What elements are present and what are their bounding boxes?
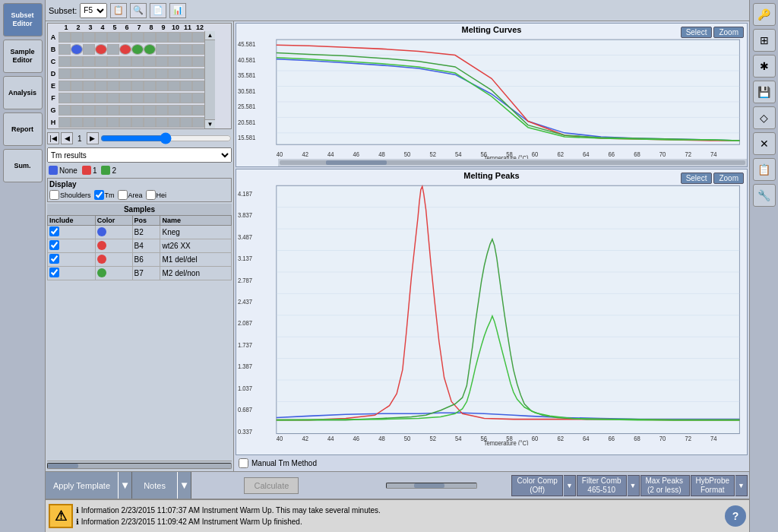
well-F10[interactable] <box>168 93 180 103</box>
well-E7[interactable] <box>131 81 144 91</box>
well-C11[interactable] <box>180 56 192 67</box>
tm-checkbox[interactable] <box>94 190 104 200</box>
well-E5[interactable] <box>107 81 119 91</box>
well-G8[interactable] <box>144 105 156 116</box>
apply-template-btn[interactable]: Apply Template <box>46 472 119 499</box>
well-B1[interactable] <box>59 44 71 55</box>
area-checkbox[interactable] <box>118 190 128 200</box>
right-wrench-icon[interactable]: 🔧 <box>753 184 776 207</box>
well-D11[interactable] <box>180 68 192 79</box>
well-C5[interactable] <box>107 56 119 67</box>
melting-curves-select-btn[interactable]: Select <box>681 27 713 38</box>
well-B12[interactable] <box>192 44 204 55</box>
curves-h-scrollbar[interactable] <box>278 159 747 166</box>
notes-arrow-btn[interactable]: ▼ <box>178 472 191 499</box>
well-G4[interactable] <box>95 105 107 116</box>
well-A2[interactable] <box>71 32 83 43</box>
well-G6[interactable] <box>119 105 131 116</box>
color-comp-btn[interactable]: Color Comp(Off) <box>511 475 562 496</box>
well-F12[interactable] <box>192 93 204 103</box>
well-B8[interactable] <box>144 44 156 55</box>
color-comp-arrow-btn[interactable]: ▼ <box>564 475 576 496</box>
well-F1[interactable] <box>59 93 71 103</box>
well-D4[interactable] <box>95 68 107 79</box>
well-G12[interactable] <box>192 105 204 116</box>
well-F9[interactable] <box>156 93 168 103</box>
nav-prev-btn[interactable]: ◀ <box>61 132 73 144</box>
nav-sum[interactable]: Sum. <box>3 149 43 182</box>
well-G3[interactable] <box>83 105 95 116</box>
filter-comb-btn[interactable]: Filter Comb465-510 <box>577 475 627 496</box>
well-E11[interactable] <box>180 81 192 91</box>
well-C2[interactable] <box>71 56 83 67</box>
well-H4[interactable] <box>95 117 107 128</box>
well-E2[interactable] <box>71 81 83 91</box>
include-checkbox-1[interactable] <box>49 226 59 236</box>
well-H2[interactable] <box>71 117 83 128</box>
notes-btn[interactable]: Notes <box>132 472 178 499</box>
include-checkbox-4[interactable] <box>49 268 59 277</box>
nav-next-btn[interactable]: ▶ <box>87 132 99 144</box>
well-B9[interactable] <box>156 44 168 55</box>
well-C8[interactable] <box>144 56 156 67</box>
well-H5[interactable] <box>107 117 119 128</box>
melting-peaks-select-btn[interactable]: Select <box>681 173 713 184</box>
well-C1[interactable] <box>59 56 71 67</box>
toolbar-icon-3[interactable]: 📄 <box>150 3 166 18</box>
well-G11[interactable] <box>180 105 192 116</box>
well-C12[interactable] <box>192 56 204 67</box>
well-D3[interactable] <box>83 68 95 79</box>
include-checkbox-3[interactable] <box>49 254 59 264</box>
well-F11[interactable] <box>180 93 192 103</box>
well-D2[interactable] <box>71 68 83 79</box>
melting-curves-zoom-btn[interactable]: Zoom <box>713 27 744 38</box>
toolbar-icon-1[interactable]: 📋 <box>110 3 127 18</box>
well-G9[interactable] <box>156 105 168 116</box>
hei-checkbox[interactable] <box>146 190 156 200</box>
well-E9[interactable] <box>156 81 168 91</box>
apply-template-arrow-btn[interactable]: ▼ <box>119 472 132 499</box>
nav-slider[interactable] <box>100 133 232 144</box>
right-save-icon[interactable]: 💾 <box>753 81 776 103</box>
well-D12[interactable] <box>192 68 204 79</box>
well-G1[interactable] <box>59 105 71 116</box>
well-H3[interactable] <box>83 117 95 128</box>
bottom-center-scrollbar[interactable] <box>386 483 477 489</box>
well-H6[interactable] <box>119 117 131 128</box>
well-H10[interactable] <box>168 117 180 128</box>
well-F7[interactable] <box>131 93 144 103</box>
nav-first-btn[interactable]: |◀ <box>47 132 59 144</box>
well-A11[interactable] <box>180 32 192 43</box>
right-grid-icon[interactable]: ⊞ <box>753 29 776 52</box>
nav-report[interactable]: Report <box>3 112 43 146</box>
well-A10[interactable] <box>168 32 180 43</box>
well-D6[interactable] <box>119 68 131 79</box>
well-E3[interactable] <box>83 81 95 91</box>
hybprobe-btn[interactable]: HybProbeFormat <box>691 475 735 496</box>
well-B2[interactable] <box>71 44 83 55</box>
well-E6[interactable] <box>119 81 131 91</box>
well-D9[interactable] <box>156 68 168 79</box>
max-peaks-btn[interactable]: Max Peaks(2 or less) <box>640 475 690 496</box>
well-E4[interactable] <box>95 81 107 91</box>
well-A1[interactable] <box>59 32 71 43</box>
right-x-icon[interactable]: ✕ <box>753 132 776 155</box>
well-H1[interactable] <box>59 117 71 128</box>
well-A5[interactable] <box>107 32 119 43</box>
well-B10[interactable] <box>168 44 180 55</box>
nav-subset-editor[interactable]: Subset Editor <box>3 3 43 36</box>
well-F3[interactable] <box>83 93 95 103</box>
well-A12[interactable] <box>192 32 204 43</box>
well-E12[interactable] <box>192 81 204 91</box>
well-A4[interactable] <box>95 32 107 43</box>
include-checkbox-2[interactable] <box>49 240 59 250</box>
well-G7[interactable] <box>131 105 144 116</box>
filter-comb-arrow-btn[interactable]: ▼ <box>628 475 640 496</box>
well-D5[interactable] <box>107 68 119 79</box>
well-B6[interactable] <box>119 44 131 55</box>
well-A7[interactable] <box>131 32 144 43</box>
well-D8[interactable] <box>144 68 156 79</box>
hybprobe-arrow-btn[interactable]: ▼ <box>735 475 748 496</box>
well-E8[interactable] <box>144 81 156 91</box>
tm-results-select[interactable]: Tm results <box>47 147 232 163</box>
